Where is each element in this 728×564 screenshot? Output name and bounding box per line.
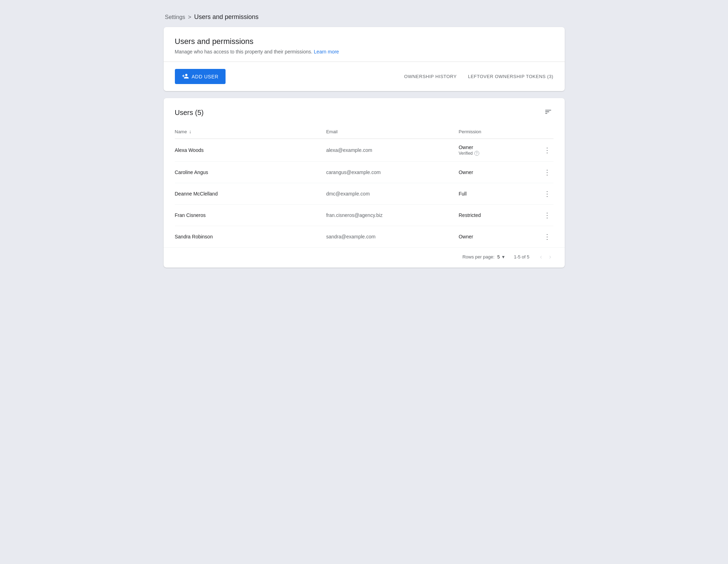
permission-label: Restricted bbox=[458, 212, 534, 218]
breadcrumb-separator: > bbox=[188, 14, 191, 20]
rows-per-page-select[interactable]: 5 ▼ bbox=[497, 254, 505, 259]
col-header-actions bbox=[534, 124, 553, 139]
pagination-nav: ‹ › bbox=[538, 252, 553, 262]
user-permission-cell: Owner bbox=[458, 226, 534, 248]
user-name-cell: Caroline Angus bbox=[175, 162, 326, 183]
permission-label: Full bbox=[458, 191, 534, 197]
breadcrumb-current: Users and permissions bbox=[194, 13, 259, 21]
users-title: Users (5) bbox=[175, 109, 204, 117]
user-name-cell: Fran Cisneros bbox=[175, 205, 326, 226]
table-container: Name ↓ Email Permission Alexa Woodsalexa… bbox=[164, 124, 565, 247]
card-header: Users and permissions Manage who has acc… bbox=[164, 27, 565, 62]
col-header-name: Name ↓ bbox=[175, 124, 326, 139]
user-email-cell: dmc@example.com bbox=[326, 183, 459, 205]
rows-select-arrow-icon: ▼ bbox=[501, 255, 506, 259]
name-sort-header[interactable]: Name ↓ bbox=[175, 129, 326, 134]
user-permission-cell: Restricted bbox=[458, 205, 534, 226]
table-row: Alexa Woodsalexa@example.comOwnerVerifie… bbox=[175, 139, 553, 162]
user-actions-cell: ⋮ bbox=[534, 139, 553, 162]
name-col-label: Name bbox=[175, 129, 187, 134]
leftover-tokens-link[interactable]: LEFTOVER OWNERSHIP TOKENS (3) bbox=[468, 74, 553, 79]
permission-label: Owner bbox=[458, 234, 534, 239]
verified-help-icon[interactable]: ? bbox=[474, 151, 479, 156]
user-permission-cell: OwnerVerified ? bbox=[458, 139, 534, 162]
learn-more-link[interactable]: Learn more bbox=[314, 49, 339, 55]
prev-page-button[interactable]: ‹ bbox=[538, 252, 544, 262]
card-subtitle: Manage who has access to this property a… bbox=[175, 49, 553, 55]
add-user-label: ADD USER bbox=[192, 74, 219, 79]
user-permission-cell: Full bbox=[458, 183, 534, 205]
table-row: Fran Cisnerosfran.cisneros@agency.bizRes… bbox=[175, 205, 553, 226]
user-actions-cell: ⋮ bbox=[534, 205, 553, 226]
card-actions: ADD USER OWNERSHIP HISTORY LEFTOVER OWNE… bbox=[164, 62, 565, 91]
user-email-cell: carangus@example.com bbox=[326, 162, 459, 183]
info-card: Users and permissions Manage who has acc… bbox=[164, 27, 565, 91]
user-email-cell: alexa@example.com bbox=[326, 139, 459, 162]
user-permission-cell: Owner bbox=[458, 162, 534, 183]
next-page-button[interactable]: › bbox=[547, 252, 553, 262]
table-header-row: Name ↓ Email Permission bbox=[175, 124, 553, 139]
user-name-cell: Sandra Robinson bbox=[175, 226, 326, 248]
more-options-button[interactable]: ⋮ bbox=[541, 145, 553, 155]
user-name-cell: Alexa Woods bbox=[175, 139, 326, 162]
more-options-button[interactable]: ⋮ bbox=[541, 167, 553, 177]
verified-label: Verified ? bbox=[458, 151, 534, 156]
user-email-cell: fran.cisneros@agency.biz bbox=[326, 205, 459, 226]
col-header-email: Email bbox=[326, 124, 459, 139]
filter-icon[interactable] bbox=[543, 107, 553, 119]
rows-per-page-value: 5 bbox=[497, 254, 500, 259]
page-wrapper: Settings > Users and permissions Users a… bbox=[164, 7, 565, 268]
rows-per-page-label: Rows per page: bbox=[462, 254, 494, 259]
pagination-info: 1-5 of 5 bbox=[514, 254, 529, 259]
more-options-button[interactable]: ⋮ bbox=[541, 189, 553, 199]
user-actions-cell: ⋮ bbox=[534, 226, 553, 248]
users-card-header: Users (5) bbox=[164, 98, 565, 119]
table-footer: Rows per page: 5 ▼ 1-5 of 5 ‹ › bbox=[164, 247, 565, 268]
col-header-permission: Permission bbox=[458, 124, 534, 139]
user-name-cell: Deanne McClelland bbox=[175, 183, 326, 205]
table-row: Caroline Anguscarangus@example.comOwner⋮ bbox=[175, 162, 553, 183]
rows-per-page: Rows per page: 5 ▼ bbox=[462, 254, 505, 259]
users-table: Name ↓ Email Permission Alexa Woodsalexa… bbox=[175, 124, 553, 247]
users-tbody: Alexa Woodsalexa@example.comOwnerVerifie… bbox=[175, 139, 553, 248]
table-row: Deanne McClellanddmc@example.comFull⋮ bbox=[175, 183, 553, 205]
user-actions-cell: ⋮ bbox=[534, 162, 553, 183]
permission-label: Owner bbox=[458, 169, 534, 175]
user-actions-cell: ⋮ bbox=[534, 183, 553, 205]
users-card: Users (5) Name ↓ bbox=[164, 98, 565, 268]
subtitle-text: Manage who has access to this property a… bbox=[175, 49, 312, 55]
breadcrumb: Settings > Users and permissions bbox=[164, 7, 565, 27]
action-links: OWNERSHIP HISTORY LEFTOVER OWNERSHIP TOK… bbox=[404, 74, 553, 79]
table-row: Sandra Robinsonsandra@example.comOwner⋮ bbox=[175, 226, 553, 248]
sort-arrow-icon: ↓ bbox=[189, 129, 191, 134]
user-email-cell: sandra@example.com bbox=[326, 226, 459, 248]
permission-label: Owner bbox=[458, 145, 534, 150]
more-options-button[interactable]: ⋮ bbox=[541, 210, 553, 220]
more-options-button[interactable]: ⋮ bbox=[541, 232, 553, 242]
breadcrumb-settings[interactable]: Settings bbox=[165, 14, 185, 20]
page-title: Users and permissions bbox=[175, 37, 553, 46]
add-user-button[interactable]: ADD USER bbox=[175, 69, 226, 84]
add-user-icon bbox=[182, 72, 189, 81]
ownership-history-link[interactable]: OWNERSHIP HISTORY bbox=[404, 74, 457, 79]
